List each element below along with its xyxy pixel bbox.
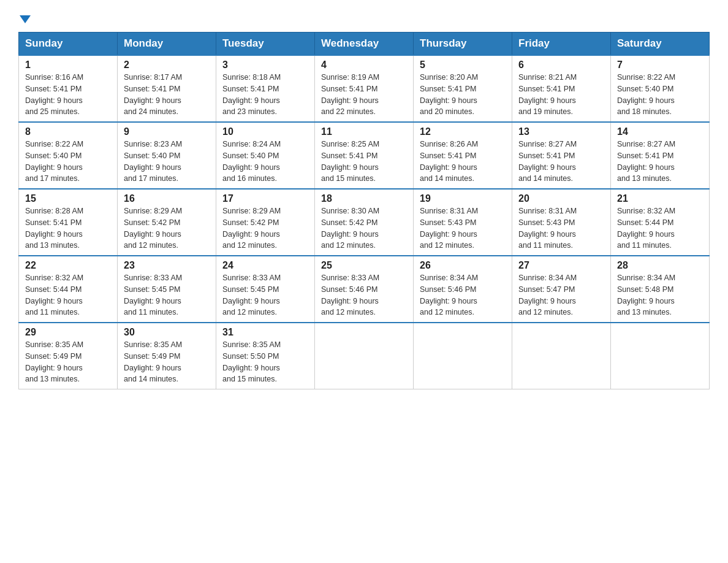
calendar-cell: 9 Sunrise: 8:23 AM Sunset: 5:40 PM Dayli… [118, 122, 216, 189]
day-number: 5 [420, 59, 506, 71]
calendar-cell: 17 Sunrise: 8:29 AM Sunset: 5:42 PM Dayl… [216, 189, 315, 256]
day-info: Sunrise: 8:16 AM Sunset: 5:41 PM Dayligh… [25, 72, 111, 118]
day-info: Sunrise: 8:27 AM Sunset: 5:41 PM Dayligh… [518, 139, 604, 185]
calendar-cell: 30 Sunrise: 8:35 AM Sunset: 5:49 PM Dayl… [118, 323, 216, 389]
day-number: 18 [321, 193, 407, 204]
day-number: 16 [124, 193, 210, 204]
week-row-4: 22 Sunrise: 8:32 AM Sunset: 5:44 PM Dayl… [19, 256, 710, 323]
day-info: Sunrise: 8:34 AM Sunset: 5:48 PM Dayligh… [617, 272, 703, 318]
day-number: 4 [321, 59, 407, 71]
calendar-cell: 4 Sunrise: 8:19 AM Sunset: 5:41 PM Dayli… [315, 55, 414, 122]
weekday-header-monday: Monday [118, 33, 216, 56]
day-info: Sunrise: 8:33 AM Sunset: 5:45 PM Dayligh… [124, 272, 210, 318]
day-info: Sunrise: 8:35 AM Sunset: 5:50 PM Dayligh… [222, 339, 308, 385]
calendar-cell: 15 Sunrise: 8:28 AM Sunset: 5:41 PM Dayl… [19, 189, 118, 256]
day-info: Sunrise: 8:32 AM Sunset: 5:44 PM Dayligh… [25, 272, 111, 318]
calendar-cell: 29 Sunrise: 8:35 AM Sunset: 5:49 PM Dayl… [19, 323, 118, 389]
day-number: 6 [518, 59, 604, 71]
weekday-header-thursday: Thursday [414, 33, 512, 56]
calendar-cell: 6 Sunrise: 8:21 AM Sunset: 5:41 PM Dayli… [512, 55, 611, 122]
calendar-cell: 12 Sunrise: 8:26 AM Sunset: 5:41 PM Dayl… [414, 122, 512, 189]
weekday-header-sunday: Sunday [19, 33, 118, 56]
calendar-cell: 28 Sunrise: 8:34 AM Sunset: 5:48 PM Dayl… [611, 256, 710, 323]
day-number: 13 [518, 126, 604, 137]
calendar-cell: 3 Sunrise: 8:18 AM Sunset: 5:41 PM Dayli… [216, 55, 315, 122]
calendar-cell: 1 Sunrise: 8:16 AM Sunset: 5:41 PM Dayli… [19, 55, 118, 122]
day-number: 30 [124, 327, 210, 338]
calendar-cell: 5 Sunrise: 8:20 AM Sunset: 5:41 PM Dayli… [414, 55, 512, 122]
day-number: 14 [617, 126, 703, 137]
day-info: Sunrise: 8:22 AM Sunset: 5:40 PM Dayligh… [25, 139, 111, 185]
day-number: 11 [321, 126, 407, 137]
day-number: 24 [222, 260, 308, 271]
day-info: Sunrise: 8:17 AM Sunset: 5:41 PM Dayligh… [124, 72, 210, 118]
day-info: Sunrise: 8:29 AM Sunset: 5:42 PM Dayligh… [124, 205, 210, 251]
calendar-cell: 24 Sunrise: 8:33 AM Sunset: 5:45 PM Dayl… [216, 256, 315, 323]
day-number: 1 [25, 59, 111, 71]
calendar-cell: 26 Sunrise: 8:34 AM Sunset: 5:46 PM Dayl… [414, 256, 512, 323]
week-row-5: 29 Sunrise: 8:35 AM Sunset: 5:49 PM Dayl… [19, 323, 710, 389]
day-number: 21 [617, 193, 703, 204]
day-number: 19 [420, 193, 506, 204]
day-info: Sunrise: 8:33 AM Sunset: 5:45 PM Dayligh… [222, 272, 308, 318]
day-info: Sunrise: 8:26 AM Sunset: 5:41 PM Dayligh… [420, 139, 506, 185]
calendar-cell: 25 Sunrise: 8:33 AM Sunset: 5:46 PM Dayl… [315, 256, 414, 323]
day-number: 28 [617, 260, 703, 271]
day-number: 26 [420, 260, 506, 271]
weekday-header-wednesday: Wednesday [315, 33, 414, 56]
day-info: Sunrise: 8:35 AM Sunset: 5:49 PM Dayligh… [124, 339, 210, 385]
day-info: Sunrise: 8:29 AM Sunset: 5:42 PM Dayligh… [222, 205, 308, 251]
day-info: Sunrise: 8:20 AM Sunset: 5:41 PM Dayligh… [420, 72, 506, 118]
day-info: Sunrise: 8:22 AM Sunset: 5:40 PM Dayligh… [617, 72, 703, 118]
week-row-1: 1 Sunrise: 8:16 AM Sunset: 5:41 PM Dayli… [19, 55, 710, 122]
page-header [18, 12, 710, 26]
calendar-cell: 13 Sunrise: 8:27 AM Sunset: 5:41 PM Dayl… [512, 122, 611, 189]
day-number: 3 [222, 59, 308, 71]
day-info: Sunrise: 8:18 AM Sunset: 5:41 PM Dayligh… [222, 72, 308, 118]
day-number: 23 [124, 260, 210, 271]
day-number: 7 [617, 59, 703, 71]
calendar-table: SundayMondayTuesdayWednesdayThursdayFrid… [18, 32, 710, 389]
calendar-cell: 8 Sunrise: 8:22 AM Sunset: 5:40 PM Dayli… [19, 122, 118, 189]
day-info: Sunrise: 8:34 AM Sunset: 5:46 PM Dayligh… [420, 272, 506, 318]
calendar-cell: 19 Sunrise: 8:31 AM Sunset: 5:43 PM Dayl… [414, 189, 512, 256]
logo [18, 12, 31, 26]
day-number: 27 [518, 260, 604, 271]
day-number: 20 [518, 193, 604, 204]
calendar-cell [611, 323, 710, 389]
calendar-cell: 18 Sunrise: 8:30 AM Sunset: 5:42 PM Dayl… [315, 189, 414, 256]
weekday-header-tuesday: Tuesday [216, 33, 315, 56]
calendar-cell: 23 Sunrise: 8:33 AM Sunset: 5:45 PM Dayl… [118, 256, 216, 323]
day-number: 31 [222, 327, 308, 338]
calendar-cell [414, 323, 512, 389]
day-info: Sunrise: 8:31 AM Sunset: 5:43 PM Dayligh… [518, 205, 604, 251]
day-info: Sunrise: 8:19 AM Sunset: 5:41 PM Dayligh… [321, 72, 407, 118]
day-info: Sunrise: 8:21 AM Sunset: 5:41 PM Dayligh… [518, 72, 604, 118]
day-number: 17 [222, 193, 308, 204]
day-info: Sunrise: 8:27 AM Sunset: 5:41 PM Dayligh… [617, 139, 703, 185]
day-number: 29 [25, 327, 111, 338]
calendar-cell: 10 Sunrise: 8:24 AM Sunset: 5:40 PM Dayl… [216, 122, 315, 189]
calendar-cell: 20 Sunrise: 8:31 AM Sunset: 5:43 PM Dayl… [512, 189, 611, 256]
day-info: Sunrise: 8:23 AM Sunset: 5:40 PM Dayligh… [124, 139, 210, 185]
day-number: 9 [124, 126, 210, 137]
day-info: Sunrise: 8:28 AM Sunset: 5:41 PM Dayligh… [25, 205, 111, 251]
logo-triangle-icon [20, 15, 31, 23]
weekday-header-friday: Friday [512, 33, 611, 56]
calendar-header-row: SundayMondayTuesdayWednesdayThursdayFrid… [19, 33, 710, 56]
week-row-3: 15 Sunrise: 8:28 AM Sunset: 5:41 PM Dayl… [19, 189, 710, 256]
day-number: 8 [25, 126, 111, 137]
day-number: 10 [222, 126, 308, 137]
calendar-cell: 22 Sunrise: 8:32 AM Sunset: 5:44 PM Dayl… [19, 256, 118, 323]
day-info: Sunrise: 8:31 AM Sunset: 5:43 PM Dayligh… [420, 205, 506, 251]
day-info: Sunrise: 8:33 AM Sunset: 5:46 PM Dayligh… [321, 272, 407, 318]
day-info: Sunrise: 8:25 AM Sunset: 5:41 PM Dayligh… [321, 139, 407, 185]
calendar-cell: 14 Sunrise: 8:27 AM Sunset: 5:41 PM Dayl… [611, 122, 710, 189]
day-number: 15 [25, 193, 111, 204]
calendar-cell: 2 Sunrise: 8:17 AM Sunset: 5:41 PM Dayli… [118, 55, 216, 122]
calendar-cell: 21 Sunrise: 8:32 AM Sunset: 5:44 PM Dayl… [611, 189, 710, 256]
day-info: Sunrise: 8:30 AM Sunset: 5:42 PM Dayligh… [321, 205, 407, 251]
day-number: 2 [124, 59, 210, 71]
calendar-cell: 27 Sunrise: 8:34 AM Sunset: 5:47 PM Dayl… [512, 256, 611, 323]
calendar-cell: 11 Sunrise: 8:25 AM Sunset: 5:41 PM Dayl… [315, 122, 414, 189]
